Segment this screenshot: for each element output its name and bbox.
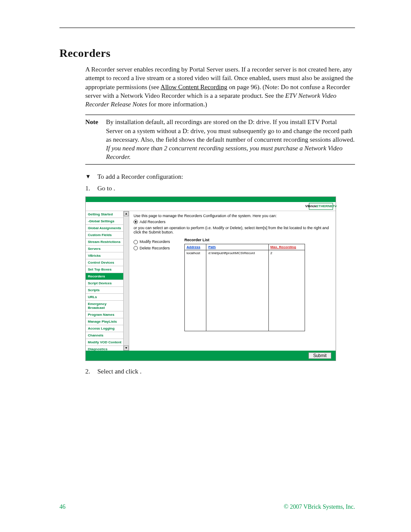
app-main: Use this page to manage the Recorders Co…: [129, 211, 336, 351]
submit-button[interactable]: Submit: [308, 352, 331, 359]
sidebar-item-manage-playlists[interactable]: Manage PlayLists: [86, 318, 124, 325]
sidebar-item-urls[interactable]: URLs: [86, 294, 124, 301]
note-block: Note By installation default, all record…: [85, 115, 355, 164]
add-recorders-label: Add Recorders: [140, 220, 165, 224]
radio-selected-icon: [134, 220, 138, 224]
sidebar-item-access-logging[interactable]: Access Logging: [86, 325, 124, 332]
note-body: By installation default, all recordings …: [106, 118, 355, 161]
step-1-number: 1.: [85, 185, 97, 192]
cell-max: 2: [268, 250, 305, 256]
sidebar-item-emergency-broadcast[interactable]: Emergency Broadcast: [86, 301, 124, 311]
page-heading: Recorders: [59, 47, 355, 60]
modify-recorders-radio[interactable]: Modify Recorders: [134, 240, 184, 244]
intro-text-3: for more information.): [147, 101, 207, 108]
app-footer: Submit: [86, 351, 336, 361]
page-footer: 46 © 2007 VBrick Systems, Inc.: [59, 504, 355, 510]
sidebar-item-set-top-boxes[interactable]: Set Top Boxes: [86, 266, 124, 273]
delete-recorders-radio[interactable]: Delete Recorders: [134, 246, 184, 251]
sidebar-item-channels[interactable]: Channels: [86, 332, 124, 339]
add-recorders-radio[interactable]: Add Recorders: [134, 220, 331, 224]
col-path[interactable]: Path: [206, 244, 268, 250]
copyright: © 2007 VBrick Systems, Inc.: [284, 504, 355, 510]
app-intro-text: Use this page to manage the Recorders Co…: [134, 214, 331, 218]
sidebar-scrollbar[interactable]: ▲ ▼: [123, 211, 129, 351]
sidebar-item-servers[interactable]: Servers: [86, 246, 124, 252]
sidebar-item-diagnostics[interactable]: Diagnostics: [86, 346, 124, 351]
brand-b: ETHERNETv: [316, 204, 337, 208]
sidebar-item-script-devices[interactable]: Script Devices: [86, 280, 124, 287]
top-rule: [59, 28, 355, 28]
sidebar-item-custom-fields[interactable]: Custom Fields: [86, 232, 124, 239]
recorder-list-title: Recorder List: [184, 238, 331, 242]
allow-content-recording-link[interactable]: Allow Content Recording: [161, 84, 227, 90]
note-em: If you need more than 2 concurrent recor…: [106, 145, 342, 160]
sidebar-item-vbricks[interactable]: VBricks: [86, 252, 124, 259]
step-1-tail: .: [114, 185, 115, 192]
intro-paragraph: A Recorder server enables recording by P…: [85, 65, 355, 109]
app-hint-text: or you can select an operation to perfor…: [134, 226, 331, 234]
table-empty-space: [185, 256, 305, 331]
sidebar-item-program-names[interactable]: Program Names: [86, 311, 124, 318]
col-max-recording[interactable]: Max. Recording: [268, 244, 305, 250]
table-row[interactable]: localhost d:\inetpub\ftproot\MCS\Record …: [185, 250, 305, 256]
procedure-title: To add a Recorder configuration:: [97, 173, 183, 180]
app-topbar: [86, 197, 336, 202]
vbrick-logo: VBrickETHERNETv: [309, 203, 333, 210]
sidebar-item-getting-started[interactable]: Getting Started: [86, 211, 124, 218]
page-number: 46: [59, 504, 65, 510]
step-1-text: Go to .: [97, 185, 115, 192]
step-1-lead: Go to: [97, 185, 114, 192]
app-screenshot: VBrickETHERNETv Getting Started -Global …: [85, 196, 336, 361]
note-label: Note: [85, 118, 106, 161]
recorder-list-table: Address Path Max. Recording localhost d:…: [184, 244, 305, 331]
modify-recorders-label: Modify Recorders: [140, 240, 170, 244]
brand-a: VBrick: [305, 204, 316, 208]
app-header: VBrickETHERNETv: [86, 202, 336, 211]
step-2-b: and click: [115, 368, 140, 375]
table-header-row: Address Path Max. Recording: [185, 244, 305, 250]
cell-address: localhost: [185, 250, 206, 256]
sidebar-item-global-settings[interactable]: -Global Settings: [86, 218, 124, 225]
radio-unselected-icon: [134, 246, 138, 250]
step-2-text: Select and click .: [97, 368, 141, 375]
scroll-up-icon[interactable]: ▲: [124, 211, 129, 216]
step-2-a: Select: [97, 368, 115, 375]
sidebar: Getting Started -Global Settings Global …: [86, 211, 129, 351]
sidebar-item-global-assignments[interactable]: Global Assignments: [86, 225, 124, 232]
sidebar-item-recorders[interactable]: Recorders: [86, 273, 124, 280]
note-text-3: field shows the default number of concur…: [165, 136, 355, 143]
procedure-marker-icon: ▼: [85, 173, 97, 180]
sidebar-item-scripts[interactable]: Scripts: [86, 287, 124, 294]
step-2-c: .: [140, 368, 142, 375]
scroll-down-icon[interactable]: ▼: [124, 345, 129, 351]
col-address[interactable]: Address: [185, 244, 206, 250]
sidebar-item-control-devices[interactable]: Control Devices: [86, 259, 124, 266]
step-2-number: 2.: [85, 368, 97, 375]
sidebar-item-modify-vod-content[interactable]: Modify VOD Content: [86, 339, 124, 346]
radio-unselected-icon: [134, 240, 138, 244]
sidebar-item-stream-restrictions[interactable]: Stream Restrictions: [86, 239, 124, 246]
delete-recorders-label: Delete Recorders: [140, 246, 170, 250]
cell-path: d:\inetpub\ftproot\MCS\Record: [206, 250, 268, 256]
